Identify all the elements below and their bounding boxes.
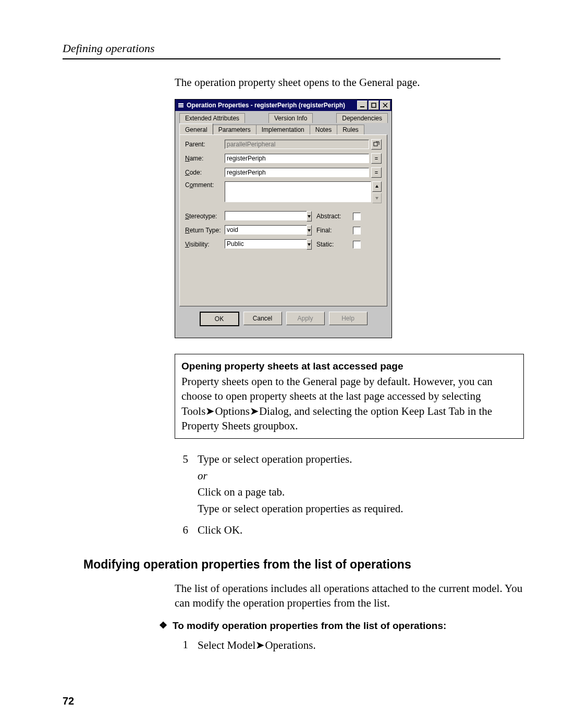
svg-marker-11 xyxy=(308,229,311,232)
label-code: Code: xyxy=(185,169,225,176)
help-button[interactable]: Help xyxy=(329,312,368,325)
label-return-type: Return Type: xyxy=(185,227,225,234)
name-sync-button[interactable]: = xyxy=(371,153,382,164)
tab-extended-attributes[interactable]: Extended Attributes xyxy=(179,113,245,123)
return-type-dropdown-icon[interactable] xyxy=(307,225,312,236)
dialog-titlebar[interactable]: Operation Properties - registerPeriph (r… xyxy=(175,100,391,111)
scroll-up-icon[interactable] xyxy=(372,181,382,192)
step-number: 5 xyxy=(175,451,188,517)
static-checkbox[interactable] xyxy=(353,241,361,249)
stereotype-field[interactable] xyxy=(225,211,307,220)
step-or: or xyxy=(198,470,207,482)
label-abstract: Abstract: xyxy=(316,213,353,220)
svg-marker-12 xyxy=(308,243,311,246)
tip-body: Property sheets open to the General page… xyxy=(181,375,493,432)
diamond-icon: ❖ xyxy=(159,620,167,632)
name-field[interactable] xyxy=(225,154,369,163)
tab-panel-general: Parent: Name: = Code: xyxy=(179,134,387,306)
svg-rect-2 xyxy=(178,106,183,107)
final-checkbox[interactable] xyxy=(353,227,361,235)
step-text: Select Model➤Operations. xyxy=(198,639,316,651)
return-type-field[interactable] xyxy=(225,225,307,235)
tab-notes[interactable]: Notes xyxy=(310,125,337,134)
operation-properties-dialog: Operation Properties - registerPeriph (r… xyxy=(175,99,392,338)
svg-rect-3 xyxy=(360,106,364,107)
comment-field[interactable] xyxy=(225,181,371,202)
abstract-checkbox[interactable] xyxy=(353,213,361,220)
visibility-field[interactable] xyxy=(225,239,307,249)
label-static: Static: xyxy=(316,241,353,248)
visibility-dropdown-icon[interactable] xyxy=(307,239,312,250)
scroll-down-icon[interactable] xyxy=(372,193,382,203)
step-text: Type or select operation properties. xyxy=(198,453,352,465)
tab-general[interactable]: General xyxy=(179,124,213,134)
label-visibility: Visibility: xyxy=(185,241,225,248)
svg-marker-8 xyxy=(375,185,378,188)
cancel-button[interactable]: Cancel xyxy=(243,312,282,325)
task-heading: ❖ To modify operation properties from th… xyxy=(159,620,524,632)
tab-implementation[interactable]: Implementation xyxy=(256,125,310,134)
label-final: Final: xyxy=(316,227,353,234)
svg-marker-9 xyxy=(375,197,378,200)
stereotype-dropdown-icon[interactable] xyxy=(307,211,312,221)
step-text: Click OK. xyxy=(198,524,242,536)
step-number: 6 xyxy=(175,522,188,539)
header-rule xyxy=(63,58,500,59)
svg-rect-0 xyxy=(178,103,183,104)
label-parent: Parent: xyxy=(185,141,225,148)
ok-button[interactable]: OK xyxy=(200,312,239,326)
label-stereotype: Stereotype: xyxy=(185,213,225,220)
step-list-2: 1 Select Model➤Operations. xyxy=(175,637,524,654)
browse-parent-button[interactable] xyxy=(371,139,382,150)
tip-title: Opening property sheets at last accessed… xyxy=(181,360,517,373)
step-text: Click on a page tab. xyxy=(198,486,285,498)
label-name: Name: xyxy=(185,155,225,162)
running-header: Defining operations xyxy=(63,42,500,55)
svg-rect-7 xyxy=(374,142,377,146)
tab-parameters[interactable]: Parameters xyxy=(213,125,256,134)
dialog-icon xyxy=(177,102,185,109)
tab-rules[interactable]: Rules xyxy=(337,125,364,134)
code-sync-button[interactable]: = xyxy=(371,167,382,178)
step-text: Type or select operation properties as r… xyxy=(198,502,403,515)
page-number: 72 xyxy=(63,695,74,707)
apply-button[interactable]: Apply xyxy=(286,312,325,325)
section-heading: Modifying operation properties from the … xyxy=(83,558,524,572)
maximize-button[interactable] xyxy=(369,101,379,110)
close-button[interactable] xyxy=(380,101,390,110)
section-intro: The list of operations includes all oper… xyxy=(175,581,524,611)
minimize-button[interactable] xyxy=(357,101,368,110)
svg-rect-1 xyxy=(178,105,183,106)
svg-marker-10 xyxy=(308,215,311,218)
step-number: 1 xyxy=(175,637,188,654)
label-comment: Comment: xyxy=(185,181,225,189)
intro-text: The operation property sheet opens to th… xyxy=(175,75,524,90)
tab-version-info[interactable]: Version Info xyxy=(268,113,313,123)
code-field[interactable] xyxy=(225,168,369,177)
parent-field xyxy=(225,140,369,149)
step-list-1: 5 Type or select operation properties. o… xyxy=(175,451,524,539)
dialog-title: Operation Properties - registerPeriph (r… xyxy=(187,102,356,109)
svg-rect-4 xyxy=(372,103,376,107)
tab-dependencies[interactable]: Dependencies xyxy=(336,113,388,123)
tip-box: Opening property sheets at last accessed… xyxy=(175,354,524,439)
